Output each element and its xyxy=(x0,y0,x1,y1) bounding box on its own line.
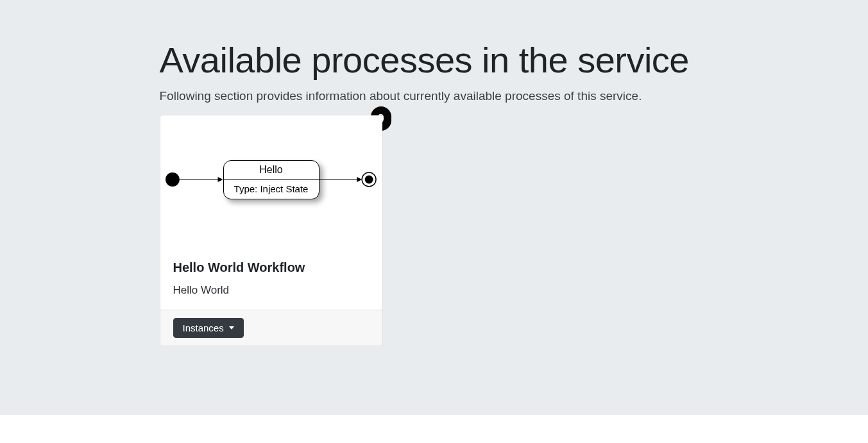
state-name: Hello xyxy=(224,161,319,180)
card-description: Hello World xyxy=(173,284,370,297)
process-card: 0 xyxy=(160,115,383,346)
chevron-down-icon xyxy=(229,326,234,330)
page-title: Available processes in the service xyxy=(160,38,709,81)
card-footer: Instances xyxy=(160,310,382,346)
arrowhead-icon xyxy=(217,177,223,182)
card-title: Hello World Workflow xyxy=(173,260,370,275)
state-box: Hello Type: Inject State xyxy=(223,160,319,199)
card-body: Hello World Workflow Hello World xyxy=(160,247,382,310)
content-container: Available processes in the service Follo… xyxy=(160,0,709,346)
arrowhead-icon xyxy=(357,177,362,182)
start-node-icon xyxy=(165,172,179,187)
state-type: Type: Inject State xyxy=(224,180,319,199)
cards-row: 0 xyxy=(160,115,709,346)
instances-button-label: Instances xyxy=(183,322,224,333)
instances-button[interactable]: Instances xyxy=(173,318,244,338)
end-node-inner-icon xyxy=(364,176,373,184)
workflow-diagram: Hello Type: Inject State xyxy=(160,115,382,247)
bottom-strip xyxy=(0,415,868,443)
page-subtitle: Following section provides information a… xyxy=(160,89,709,103)
page-wrapper: Available processes in the service Follo… xyxy=(0,0,868,415)
